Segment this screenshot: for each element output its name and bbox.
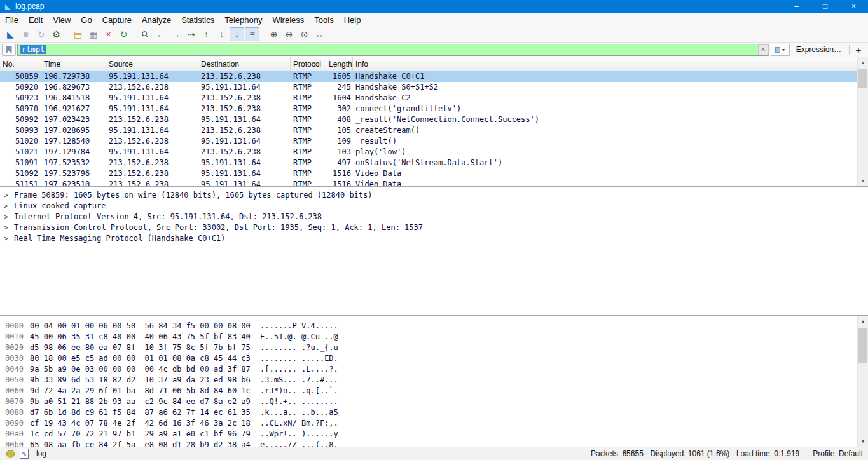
packet-row[interactable]: 51092197.523796213.152.6.23895.191.131.6… xyxy=(0,168,868,179)
col-header-dst[interactable]: Destination xyxy=(198,57,291,71)
menu-statistics[interactable]: Statistics xyxy=(176,13,219,27)
filter-clear-icon[interactable]: × xyxy=(758,44,769,55)
start-capture-button[interactable]: ◣ xyxy=(3,27,18,41)
hex-row[interactable]: 00509b 33 89 6d 53 18 82 d2 10 37 a9 da … xyxy=(0,375,868,386)
minimize-button[interactable]: – xyxy=(782,0,811,13)
detail-line[interactable]: >Real Time Messaging Protocol (Handshake… xyxy=(0,233,868,244)
packet-row[interactable]: 51020197.128540213.152.6.23895.191.131.6… xyxy=(0,136,868,147)
col-header-time[interactable]: Time xyxy=(41,57,106,71)
go-first-button[interactable]: ↑ xyxy=(199,27,214,41)
detail-line[interactable]: >Linux cooked capture xyxy=(0,201,868,212)
zoom-original-button[interactable]: ⊙ xyxy=(297,27,312,41)
zoom-out-button[interactable]: ⊖ xyxy=(282,27,296,41)
save-file-button[interactable]: ▦ xyxy=(86,27,100,41)
add-filter-button[interactable]: + xyxy=(851,44,866,55)
detail-line[interactable]: >Transmission Control Protocol, Src Port… xyxy=(0,222,868,233)
expand-arrow-icon[interactable]: > xyxy=(4,201,14,212)
packet-row[interactable]: 50993197.02869595.191.131.64213.152.6.23… xyxy=(0,125,868,136)
status-right: Packets: 65655 · Displayed: 1061 (1.6%) … xyxy=(591,449,863,459)
hex-row[interactable]: 0080d7 6b 1d 8d c9 61 f5 84 87 a6 62 7f … xyxy=(0,407,868,418)
go-last-button[interactable]: ↓ xyxy=(214,27,229,41)
scroll-down-icon[interactable]: ▼ xyxy=(858,436,868,447)
find-packet-button[interactable]: ⚲ xyxy=(138,27,153,41)
menu-edit[interactable]: Edit xyxy=(24,13,48,27)
expand-arrow-icon[interactable]: > xyxy=(4,233,14,244)
zoom-in-button[interactable]: ⊕ xyxy=(266,27,281,41)
window-controls: – □ × xyxy=(782,0,868,13)
wireshark-window: ◣ log.pcap – □ × FileEditViewGoCaptureAn… xyxy=(0,0,868,460)
hex-row[interactable]: 00409a 5b a9 0e 03 00 00 00 00 4c db bd … xyxy=(0,364,868,375)
packet-row[interactable]: 50992197.023423213.152.6.23895.191.131.6… xyxy=(0,114,868,125)
hex-row[interactable]: 00a01c cd 57 70 72 21 97 b1 29 a9 a1 e0 … xyxy=(0,429,868,440)
packet-row[interactable]: 51091197.523532213.152.6.23895.191.131.6… xyxy=(0,158,868,168)
expert-info-icon[interactable] xyxy=(6,450,15,458)
filter-swatch-icon xyxy=(775,47,780,53)
menu-view[interactable]: View xyxy=(48,13,76,27)
col-header-proto[interactable]: Protocol xyxy=(291,57,326,71)
expression-button[interactable]: Expression… xyxy=(790,45,848,54)
maximize-button[interactable]: □ xyxy=(811,0,839,13)
col-header-src[interactable]: Source xyxy=(106,57,198,71)
packet-row[interactable]: 51151197.623510213.152.6.23895.191.131.6… xyxy=(0,179,868,186)
expand-arrow-icon[interactable]: > xyxy=(4,212,14,222)
go-to-packet-button[interactable]: ⇢ xyxy=(184,27,198,41)
expand-arrow-icon[interactable]: > xyxy=(4,190,14,201)
menu-capture[interactable]: Capture xyxy=(97,13,137,27)
hex-row[interactable]: 00709b a0 51 21 88 2b 93 aa c2 9c 84 ee … xyxy=(0,396,868,407)
restart-capture-button[interactable]: ↻ xyxy=(34,27,48,41)
scroll-up-icon[interactable]: ▲ xyxy=(858,57,868,67)
menu-tools[interactable]: Tools xyxy=(309,13,338,27)
filter-history-dropdown[interactable]: ▾ xyxy=(771,44,790,56)
status-profile[interactable]: Profile: Default xyxy=(813,449,863,458)
packet-row[interactable]: 50920196.829673213.152.6.23895.191.131.6… xyxy=(0,82,868,93)
hex-row[interactable]: 001045 00 06 35 31 c8 40 00 40 06 43 75 … xyxy=(0,332,868,342)
menu-help[interactable]: Help xyxy=(339,13,366,27)
menu-analyze[interactable]: Analyze xyxy=(137,13,176,27)
hex-scrollbar[interactable]: ▲ ▼ xyxy=(857,316,868,447)
window-title: log.pcap xyxy=(15,2,44,11)
capture-options-button[interactable]: ⚙ xyxy=(49,27,64,41)
packet-list-scrollbar[interactable]: ▲ ▼ xyxy=(857,57,868,186)
resize-columns-button[interactable]: ↔ xyxy=(312,27,327,41)
colorize-button[interactable]: ≡ xyxy=(245,27,259,41)
auto-scroll-button[interactable]: ↓ xyxy=(230,27,244,41)
detail-line[interactable]: >Frame 50859: 1605 bytes on wire (12840 … xyxy=(0,190,868,201)
packet-row[interactable]: 50970196.92162795.191.131.64213.152.6.23… xyxy=(0,104,868,114)
filter-input[interactable]: rtmpt × xyxy=(17,44,769,56)
menu-go[interactable]: Go xyxy=(76,13,97,27)
packet-row[interactable]: 51021197.12978495.191.131.64213.152.6.23… xyxy=(0,147,868,158)
hex-row[interactable]: 00b065 08 aa fb ce 84 2f 5a e8 08 d1 28 … xyxy=(0,440,868,447)
packet-list-scrollbar-thumb[interactable] xyxy=(858,69,867,88)
col-header-len[interactable]: Length xyxy=(326,57,353,71)
app-icon[interactable]: ◣ xyxy=(3,0,13,13)
scroll-down-icon[interactable]: ▼ xyxy=(858,175,868,186)
hex-row[interactable]: 000000 04 00 01 00 06 00 50 56 84 34 f5 … xyxy=(0,321,868,332)
hex-dump-pane: 000000 04 00 01 00 06 00 50 56 84 34 f5 … xyxy=(0,315,868,447)
go-back-button[interactable]: ← xyxy=(153,27,168,41)
expand-arrow-icon[interactable]: > xyxy=(4,222,14,233)
menu-telephony[interactable]: Telephony xyxy=(219,13,267,27)
scroll-up-icon[interactable]: ▲ xyxy=(858,316,868,327)
open-file-button[interactable]: ▤ xyxy=(71,27,85,41)
menu-file[interactable]: File xyxy=(0,13,24,27)
menu-wireless[interactable]: Wireless xyxy=(267,13,309,27)
col-header-no[interactable]: No. xyxy=(0,57,41,71)
reload-file-button[interactable]: ↻ xyxy=(116,27,131,41)
stop-capture-button[interactable]: ■ xyxy=(18,27,33,41)
packet-row[interactable]: 50923196.84151895.191.131.64213.152.6.23… xyxy=(0,93,868,104)
hex-row[interactable]: 003080 18 00 e5 c5 ad 00 00 01 01 08 0a … xyxy=(0,353,868,364)
capture-comment-icon[interactable]: ✎ xyxy=(20,449,29,459)
close-file-button[interactable]: × xyxy=(101,27,116,41)
packet-row[interactable]: 50859196.72973895.191.131.64213.152.6.23… xyxy=(0,71,868,82)
col-header-info[interactable]: Info xyxy=(353,57,857,71)
hex-row[interactable]: 00609d 72 4a 2a 29 6f 01 ba 8d 71 06 5b … xyxy=(0,386,868,396)
filter-separator xyxy=(849,45,850,55)
go-first-icon: ↑ xyxy=(204,29,209,39)
filter-bookmark-button[interactable] xyxy=(2,44,16,56)
hex-row[interactable]: 0020d5 98 06 ee 80 ea 07 8f 10 3f 75 8c … xyxy=(0,342,868,353)
hex-scrollbar-thumb[interactable] xyxy=(858,328,867,363)
close-button[interactable]: × xyxy=(839,0,868,13)
go-forward-button[interactable]: → xyxy=(169,27,183,41)
detail-line[interactable]: >Internet Protocol Version 4, Src: 95.19… xyxy=(0,212,868,222)
hex-row[interactable]: 0090cf 19 43 4c 07 78 4e 2f 42 6d 16 3f … xyxy=(0,418,868,429)
